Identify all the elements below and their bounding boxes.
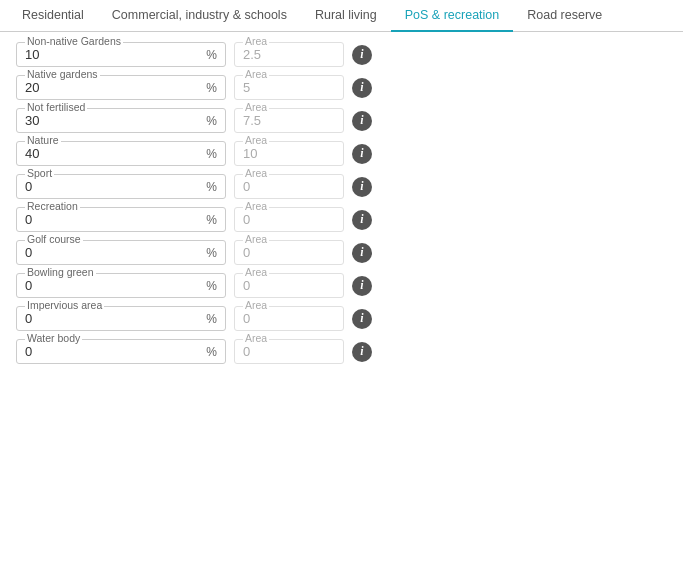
area-input-native-gardens[interactable]	[243, 80, 333, 95]
percent-symbol-bowling-green: %	[206, 279, 217, 293]
input-label-golf-course: Golf course	[25, 234, 83, 245]
area-label-recreation: Area	[243, 201, 269, 212]
input-group-water-body: Water body%	[16, 339, 226, 364]
row-golf-course: Golf course%Areai	[16, 240, 667, 265]
main-content: Non-native Gardens%AreaiNative gardens%A…	[0, 32, 683, 382]
tab-rural[interactable]: Rural living	[301, 0, 391, 32]
input-label-impervious-area: Impervious area	[25, 300, 104, 311]
tabs-bar: ResidentialCommercial, industry & school…	[0, 0, 683, 32]
info-icon-nature[interactable]: i	[352, 144, 372, 164]
info-icon-recreation[interactable]: i	[352, 210, 372, 230]
area-label-nature: Area	[243, 135, 269, 146]
input-group-golf-course: Golf course%	[16, 240, 226, 265]
area-label-native-gardens: Area	[243, 69, 269, 80]
area-group-golf-course: Area	[234, 240, 344, 265]
input-group-not-fertilised: Not fertilised%	[16, 108, 226, 133]
input-group-non-native-gardens: Non-native Gardens%	[16, 42, 226, 67]
row-not-fertilised: Not fertilised%Areai	[16, 108, 667, 133]
percent-input-non-native-gardens[interactable]	[25, 47, 175, 62]
percent-input-not-fertilised[interactable]	[25, 113, 175, 128]
input-label-non-native-gardens: Non-native Gardens	[25, 36, 123, 47]
area-group-bowling-green: Area	[234, 273, 344, 298]
input-group-bowling-green: Bowling green%	[16, 273, 226, 298]
area-label-water-body: Area	[243, 333, 269, 344]
area-input-not-fertilised[interactable]	[243, 113, 333, 128]
row-sport: Sport%Areai	[16, 174, 667, 199]
input-label-bowling-green: Bowling green	[25, 267, 96, 278]
area-label-not-fertilised: Area	[243, 102, 269, 113]
tab-road[interactable]: Road reserve	[513, 0, 616, 32]
input-label-sport: Sport	[25, 168, 54, 179]
input-group-sport: Sport%	[16, 174, 226, 199]
row-recreation: Recreation%Areai	[16, 207, 667, 232]
row-impervious-area: Impervious area%Areai	[16, 306, 667, 331]
area-group-recreation: Area	[234, 207, 344, 232]
percent-input-water-body[interactable]	[25, 344, 175, 359]
percent-symbol-impervious-area: %	[206, 312, 217, 326]
area-group-water-body: Area	[234, 339, 344, 364]
percent-symbol-sport: %	[206, 180, 217, 194]
area-input-nature[interactable]	[243, 146, 333, 161]
info-icon-native-gardens[interactable]: i	[352, 78, 372, 98]
area-input-water-body[interactable]	[243, 344, 333, 359]
area-group-nature: Area	[234, 141, 344, 166]
row-water-body: Water body%Areai	[16, 339, 667, 364]
area-group-not-fertilised: Area	[234, 108, 344, 133]
area-input-non-native-gardens[interactable]	[243, 47, 333, 62]
percent-input-sport[interactable]	[25, 179, 175, 194]
tab-pos[interactable]: PoS & recreation	[391, 0, 514, 32]
percent-input-impervious-area[interactable]	[25, 311, 175, 326]
area-group-native-gardens: Area	[234, 75, 344, 100]
area-label-non-native-gardens: Area	[243, 36, 269, 47]
area-input-bowling-green[interactable]	[243, 278, 333, 293]
percent-symbol-not-fertilised: %	[206, 114, 217, 128]
tab-commercial[interactable]: Commercial, industry & schools	[98, 0, 301, 32]
input-label-water-body: Water body	[25, 333, 82, 344]
area-label-golf-course: Area	[243, 234, 269, 245]
area-input-impervious-area[interactable]	[243, 311, 333, 326]
info-icon-non-native-gardens[interactable]: i	[352, 45, 372, 65]
percent-input-nature[interactable]	[25, 146, 175, 161]
tab-residential[interactable]: Residential	[8, 0, 98, 32]
input-label-not-fertilised: Not fertilised	[25, 102, 87, 113]
info-icon-not-fertilised[interactable]: i	[352, 111, 372, 131]
percent-symbol-golf-course: %	[206, 246, 217, 260]
area-input-recreation[interactable]	[243, 212, 333, 227]
info-icon-bowling-green[interactable]: i	[352, 276, 372, 296]
input-label-recreation: Recreation	[25, 201, 80, 212]
row-nature: Nature%Areai	[16, 141, 667, 166]
area-input-golf-course[interactable]	[243, 245, 333, 260]
input-group-impervious-area: Impervious area%	[16, 306, 226, 331]
input-group-nature: Nature%	[16, 141, 226, 166]
area-input-sport[interactable]	[243, 179, 333, 194]
input-label-nature: Nature	[25, 135, 61, 146]
input-label-native-gardens: Native gardens	[25, 69, 100, 80]
percent-input-recreation[interactable]	[25, 212, 175, 227]
area-group-impervious-area: Area	[234, 306, 344, 331]
row-bowling-green: Bowling green%Areai	[16, 273, 667, 298]
percent-symbol-non-native-gardens: %	[206, 48, 217, 62]
percent-input-bowling-green[interactable]	[25, 278, 175, 293]
info-icon-golf-course[interactable]: i	[352, 243, 372, 263]
info-icon-impervious-area[interactable]: i	[352, 309, 372, 329]
percent-input-golf-course[interactable]	[25, 245, 175, 260]
info-icon-sport[interactable]: i	[352, 177, 372, 197]
area-label-sport: Area	[243, 168, 269, 179]
percent-symbol-nature: %	[206, 147, 217, 161]
row-non-native-gardens: Non-native Gardens%Areai	[16, 42, 667, 67]
area-group-sport: Area	[234, 174, 344, 199]
percent-input-native-gardens[interactable]	[25, 80, 175, 95]
percent-symbol-native-gardens: %	[206, 81, 217, 95]
info-icon-water-body[interactable]: i	[352, 342, 372, 362]
row-native-gardens: Native gardens%Areai	[16, 75, 667, 100]
percent-symbol-water-body: %	[206, 345, 217, 359]
input-group-native-gardens: Native gardens%	[16, 75, 226, 100]
area-label-impervious-area: Area	[243, 300, 269, 311]
area-label-bowling-green: Area	[243, 267, 269, 278]
percent-symbol-recreation: %	[206, 213, 217, 227]
area-group-non-native-gardens: Area	[234, 42, 344, 67]
input-group-recreation: Recreation%	[16, 207, 226, 232]
